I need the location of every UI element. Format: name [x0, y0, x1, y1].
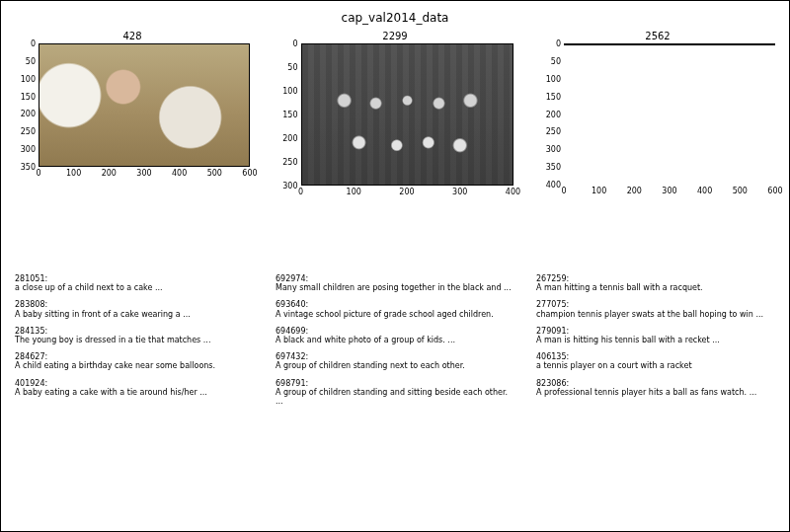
caption-id: 267259:: [536, 274, 775, 283]
overlay-wta: WTA: [571, 44, 595, 45]
y-tick: 150: [282, 111, 297, 119]
y-tick: 200: [546, 110, 561, 118]
y-tick: 0: [556, 39, 561, 48]
x-tick: 400: [172, 169, 187, 178]
caption-column-2: 267259:A man hitting a tennis ball with …: [536, 274, 775, 414]
y-tick: 0: [292, 39, 297, 48]
subplot-title: 428: [15, 31, 250, 41]
x-tick: 600: [767, 187, 782, 195]
x-tick: 300: [452, 188, 467, 196]
x-tick: 0: [36, 169, 40, 178]
caption-text: A black and white photo of a group of ki…: [276, 336, 514, 344]
caption-id: 692974:: [276, 274, 514, 283]
y-tick: 100: [546, 74, 561, 83]
caption-text: A child eating a birthday cake near some…: [15, 361, 254, 370]
y-tick: 250: [546, 127, 561, 136]
caption-id: 697432:: [276, 352, 514, 361]
caption-text: Many small children are posing together …: [276, 283, 514, 292]
caption-item: 283808:A baby sitting in front of a cake…: [15, 300, 254, 318]
caption-item: 694699:A black and white photo of a grou…: [276, 327, 514, 344]
y-tick: 50: [26, 56, 36, 65]
y-tick: 400: [546, 181, 561, 190]
axes: 0501001502002503003500100200300400500600: [39, 43, 250, 167]
caption-item: 698791:A group of children standing and …: [276, 379, 514, 407]
caption-id: 284135:: [15, 327, 254, 336]
x-tick: 0: [561, 187, 566, 195]
caption-text: A man hitting a tennis ball with a racqu…: [536, 283, 775, 292]
x-tick: 200: [102, 169, 117, 178]
subplot-title: 2299: [277, 31, 514, 41]
x-tick: 100: [592, 187, 606, 195]
y-tick: 300: [21, 145, 36, 154]
caption-id: 406135:: [536, 352, 775, 361]
caption-text: A group of children standing and sitting…: [276, 388, 514, 406]
y-tick: 150: [21, 92, 36, 101]
caption-id: 277075:: [536, 300, 775, 309]
x-tick: 100: [66, 169, 81, 178]
y-tick: 100: [282, 87, 297, 96]
caption-item: 267259:A man hitting a tennis ball with …: [536, 274, 775, 292]
caption-id: 284627:: [15, 352, 254, 361]
x-tick: 200: [627, 187, 642, 195]
caption-id: 823086:: [536, 379, 775, 388]
figure-title: cap_val2014_data: [15, 11, 775, 25]
subplot-2: 2562WTAOLYMPUS05010015020025030035040001…: [540, 31, 775, 185]
y-tick: 250: [21, 127, 36, 136]
caption-item: 277075:champion tennis player swats at t…: [536, 300, 775, 318]
x-tick: 200: [399, 188, 414, 196]
y-tick: 200: [282, 134, 297, 143]
caption-text: A vintage school picture of grade school…: [276, 310, 514, 319]
caption-item: 279091:A man is hitting his tennis ball …: [536, 327, 775, 344]
y-tick: 100: [21, 74, 36, 83]
caption-id: 698791:: [276, 379, 514, 388]
subplot-title: 2562: [540, 31, 775, 41]
caption-item: 401924:A baby eating a cake with a tie a…: [15, 379, 254, 397]
caption-item: 692974:Many small children are posing to…: [276, 274, 514, 292]
caption-text: A man is hitting his tennis ball with a …: [536, 336, 775, 344]
caption-id: 401924:: [15, 379, 254, 388]
captions-row: 281051:a close up of a child next to a c…: [15, 274, 775, 414]
y-tick: 350: [21, 163, 36, 172]
caption-id: 279091:: [536, 327, 775, 336]
y-tick: 350: [546, 163, 561, 172]
subplot-0: 4280501001502002503003500100200300400500…: [15, 31, 250, 167]
caption-text: A group of children standing next to eac…: [276, 361, 514, 370]
axes: 0501001502002503000100200300400: [301, 43, 514, 186]
caption-item: 284627:A child eating a birthday cake ne…: [15, 352, 254, 370]
x-tick: 400: [697, 187, 712, 195]
overlay-olympus: OLYMPUS: [683, 43, 724, 44]
caption-text: champion tennis player swats at the ball…: [536, 310, 775, 319]
x-tick: 500: [733, 187, 748, 195]
caption-column-0: 281051:a close up of a child next to a c…: [15, 274, 254, 414]
x-tick: 300: [662, 187, 676, 195]
caption-item: 697432:A group of children standing next…: [276, 352, 514, 370]
image-placeholder: WTAOLYMPUS: [564, 43, 775, 45]
y-tick: 150: [546, 92, 561, 101]
caption-id: 694699:: [276, 327, 514, 336]
caption-text: a close up of a child next to a cake ...: [15, 283, 254, 292]
caption-id: 693640:: [276, 300, 514, 309]
y-tick: 200: [21, 110, 36, 118]
caption-id: 283808:: [15, 300, 254, 309]
figure-frame: cap_val2014_data 42805010015020025030035…: [0, 0, 790, 532]
y-tick: 300: [546, 145, 561, 154]
caption-text: A baby eating a cake with a tie around h…: [15, 388, 254, 397]
x-tick: 0: [298, 188, 303, 196]
caption-item: 823086:A professional tennis player hits…: [536, 379, 775, 397]
caption-item: 693640:A vintage school picture of grade…: [276, 300, 514, 318]
caption-item: 281051:a close up of a child next to a c…: [15, 274, 254, 292]
subplot-1: 22990501001502002503000100200300400: [277, 31, 514, 186]
plots-row: 4280501001502002503003500100200300400500…: [15, 31, 775, 186]
image-placeholder: [301, 43, 514, 186]
y-tick: 250: [282, 158, 297, 167]
y-tick: 50: [551, 56, 561, 65]
caption-item: 284135:The young boy is dressed in a tie…: [15, 327, 254, 344]
caption-text: A professional tennis player hits a ball…: [536, 388, 775, 397]
y-tick: 50: [287, 63, 297, 72]
caption-text: a tennis player on a court with a racket: [536, 361, 775, 370]
x-tick: 400: [506, 188, 520, 196]
caption-id: 281051:: [15, 274, 254, 283]
caption-item: 406135:a tennis player on a court with a…: [536, 352, 775, 370]
caption-column-1: 692974:Many small children are posing to…: [276, 274, 514, 414]
y-tick: 0: [31, 39, 36, 48]
